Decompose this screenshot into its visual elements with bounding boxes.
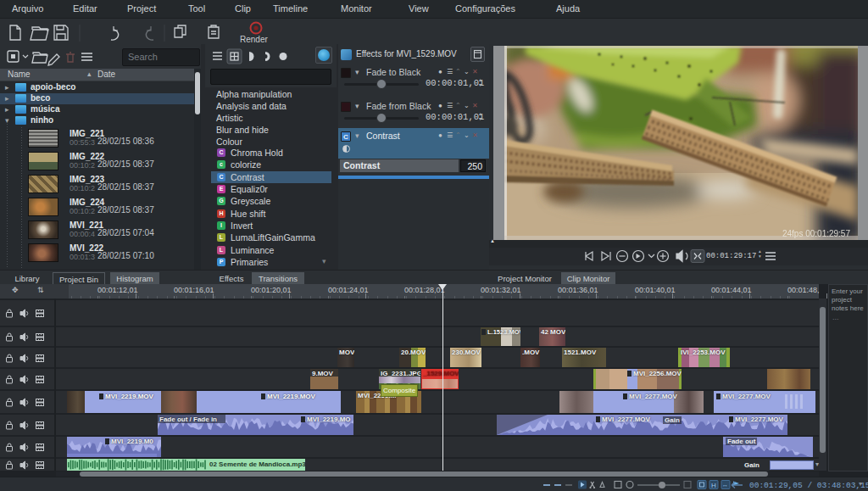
- svg-text:24fps 00:01:29:57: 24fps 00:01:29:57: [782, 229, 851, 238]
- svg-text:H: H: [711, 482, 716, 489]
- svg-text:↔: ↔: [722, 482, 728, 488]
